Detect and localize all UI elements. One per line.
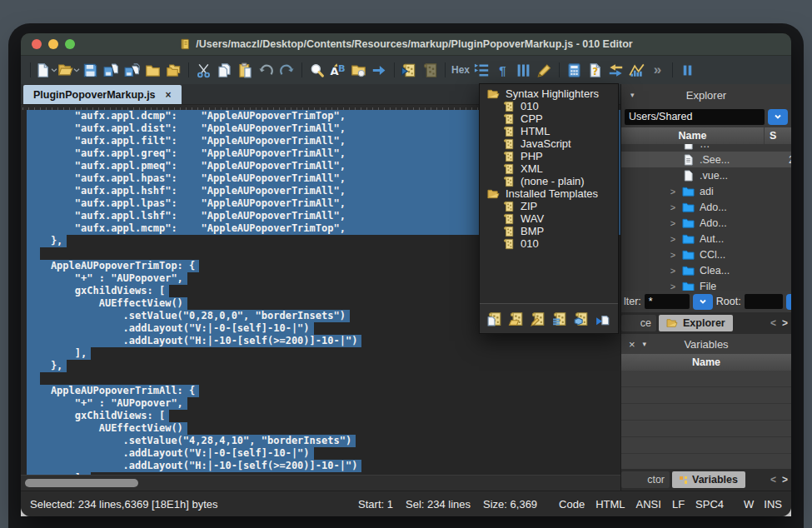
tab-workspace-partial[interactable]: ce: [621, 315, 656, 331]
root-input[interactable]: [745, 294, 783, 309]
popup-item-wav[interactable]: WAV: [480, 212, 618, 225]
run-script-icon[interactable]: [399, 59, 420, 81]
table-row[interactable]: .See...2: [621, 152, 791, 167]
minimize-window-button[interactable]: [48, 39, 58, 49]
popup-item-php[interactable]: PHP: [480, 150, 618, 162]
status-mode-ansi[interactable]: ANSI: [636, 498, 661, 511]
copy-icon[interactable]: [214, 59, 235, 81]
variables-menu-caret-icon[interactable]: ▾: [643, 340, 647, 348]
paste-icon[interactable]: [235, 59, 256, 81]
find-icon[interactable]: [306, 59, 327, 81]
folder-icon[interactable]: [142, 59, 163, 81]
variables-column-header[interactable]: Name: [621, 354, 791, 371]
expander-icon[interactable]: >: [668, 281, 678, 291]
save-icon[interactable]: [80, 59, 101, 81]
explorer-column-header[interactable]: Name S: [621, 127, 791, 144]
file-info-icon[interactable]: ?: [585, 59, 605, 81]
popup-section-syntax-highlighters[interactable]: Syntax Highlighters: [480, 87, 618, 100]
code-line[interactable]: },: [27, 360, 620, 372]
edit-mode-icon[interactable]: [534, 59, 555, 81]
more-tools-icon[interactable]: »: [647, 59, 668, 81]
code-line[interactable]: .setValue("4,28,4,10", "borderInsets"): [27, 435, 620, 447]
bottom-tab-scroll-left-icon[interactable]: <: [770, 474, 776, 486]
goto-line-icon[interactable]: [369, 59, 390, 81]
save-all-icon[interactable]: [122, 59, 142, 81]
horizontal-scrollbar[interactable]: [21, 475, 620, 491]
tab-close-icon[interactable]: ×: [166, 89, 172, 101]
table-row[interactable]: >adi: [621, 183, 791, 199]
edit-script-icon[interactable]: [529, 311, 547, 327]
popup-item-bmp[interactable]: BMP: [480, 225, 618, 237]
new-script-icon[interactable]: [486, 311, 504, 327]
status-mode-html[interactable]: HTML: [595, 498, 625, 511]
filter-input[interactable]: *: [645, 294, 690, 309]
code-line[interactable]: .addLayout("H:|-10-[self(>=200)]-10-|"): [27, 335, 620, 347]
calculator-icon[interactable]: [564, 59, 585, 81]
code-line[interactable]: AUEffectView(): [27, 422, 620, 435]
popup-item-xml[interactable]: XML: [480, 162, 618, 175]
table-row[interactable]: >File: [621, 278, 791, 291]
zoom-window-button[interactable]: [65, 39, 75, 49]
show-whitespace-icon[interactable]: ¶: [492, 59, 513, 81]
edit-template-icon[interactable]: [420, 59, 441, 81]
tab-variables[interactable]: Variables: [672, 471, 745, 488]
redo-icon[interactable]: [276, 59, 297, 81]
code-line[interactable]: "+" : "AUPopover",: [27, 397, 620, 410]
code-line[interactable]: [27, 372, 620, 385]
open-script-icon[interactable]: [507, 311, 526, 327]
tab-inspector-partial[interactable]: ctor: [621, 471, 670, 488]
horizontal-scrollbar-thumb[interactable]: [25, 479, 138, 487]
tab-scroll-right-icon[interactable]: >: [782, 317, 788, 329]
tab-explorer[interactable]: Explorer: [659, 315, 733, 331]
popup-item--none-plain-[interactable]: (none - plain): [480, 175, 618, 187]
open-file-icon[interactable]: [57, 59, 80, 81]
code-line[interactable]: ],: [27, 347, 620, 360]
undo-icon[interactable]: [256, 59, 276, 81]
new-file-icon[interactable]: [35, 59, 57, 81]
close-window-button[interactable]: [32, 39, 42, 49]
find-in-files-icon[interactable]: [348, 59, 369, 81]
expander-icon[interactable]: >: [668, 187, 678, 197]
table-row[interactable]: >Aut...: [621, 231, 791, 247]
tab-pluginpopovermarkup[interactable]: PluginPopoverMarkup.js ×: [23, 85, 182, 104]
pause-icon[interactable]: [677, 59, 698, 81]
popup-item-010[interactable]: 010: [480, 237, 618, 250]
popup-item-javascript[interactable]: JavaScript: [480, 137, 618, 150]
column-header-size[interactable]: S: [765, 130, 791, 142]
popup-item-010[interactable]: 010: [480, 100, 618, 112]
save-as-icon[interactable]: [101, 59, 122, 81]
root-dropdown-button[interactable]: [786, 294, 791, 310]
column-header-name[interactable]: Name: [621, 130, 764, 142]
panel-menu-caret-icon[interactable]: ▾: [630, 91, 635, 99]
explorer-path-input[interactable]: Users/Shared: [625, 109, 765, 125]
folder-stack-icon[interactable]: [163, 59, 184, 81]
status-mode-spc4[interactable]: SPC4: [695, 498, 724, 511]
compare-icon[interactable]: [605, 59, 626, 81]
table-row[interactable]: >Ado...: [621, 215, 791, 231]
hex-label-icon[interactable]: Hex: [450, 59, 471, 81]
expander-icon[interactable]: >: [668, 218, 678, 228]
variables-column-name[interactable]: Name: [621, 356, 791, 368]
cut-icon[interactable]: [193, 59, 214, 81]
column-mode-icon[interactable]: [513, 59, 534, 81]
code-line[interactable]: .addLayout("V:|-0-[self]-10-|"): [27, 447, 620, 460]
table-row[interactable]: >CCl...: [621, 247, 791, 262]
variables-empty-list[interactable]: [621, 371, 791, 469]
status-mode-lf[interactable]: LF: [672, 498, 685, 511]
filter-dropdown-button[interactable]: [693, 294, 713, 310]
variables-close-icon[interactable]: ×: [629, 338, 635, 351]
status-mode-code[interactable]: Code: [559, 498, 585, 511]
code-line[interactable]: gxChildViews: [: [27, 410, 620, 422]
script-options-icon[interactable]: [550, 311, 569, 327]
run-script-file-icon[interactable]: [594, 311, 612, 327]
popup-item-html[interactable]: HTML: [480, 125, 618, 137]
table-row[interactable]: >Clea...: [621, 262, 791, 278]
expander-icon[interactable]: >: [668, 266, 678, 276]
expander-icon[interactable]: >: [668, 234, 678, 244]
status-wrap-toggle[interactable]: W: [744, 498, 754, 511]
explorer-path-dropdown-button[interactable]: [768, 109, 788, 125]
popup-section-installed-templates[interactable]: Installed Templates: [480, 187, 618, 200]
histogram-icon[interactable]: [626, 59, 647, 81]
script-types-icon[interactable]: [572, 311, 590, 327]
popup-item-cpp[interactable]: CPP: [480, 112, 618, 125]
